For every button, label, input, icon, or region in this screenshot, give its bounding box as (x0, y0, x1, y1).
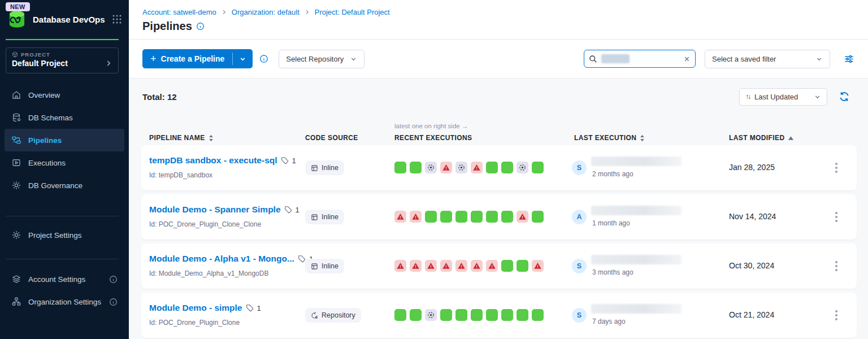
execution-status-success[interactable] (501, 260, 513, 272)
execution-status-failed[interactable] (394, 260, 406, 272)
execution-status-success[interactable] (425, 211, 437, 223)
close-icon[interactable] (683, 55, 691, 63)
search-box[interactable] (584, 50, 696, 68)
row-menu-kebab-icon[interactable] (830, 160, 843, 176)
create-pipeline-button[interactable]: + Create a Pipeline (142, 49, 253, 68)
execution-status-success[interactable] (455, 211, 467, 223)
sidebar-item-db-schemas[interactable]: DB Schemas (5, 106, 124, 129)
execution-status-success[interactable] (517, 260, 528, 272)
cube-icon (12, 51, 18, 58)
row-menu-kebab-icon[interactable] (830, 307, 843, 323)
execution-status-success[interactable] (532, 309, 544, 321)
execution-status-failed[interactable] (394, 211, 406, 223)
filter-sliders-icon[interactable] (844, 54, 854, 64)
chevron-down-icon (814, 93, 821, 101)
avatar[interactable]: S (572, 160, 587, 175)
info-icon[interactable] (259, 54, 268, 63)
execution-status-aborted[interactable] (517, 162, 528, 173)
execution-status-success[interactable] (394, 162, 406, 173)
saved-filter-dropdown[interactable]: Select a saved filter (705, 50, 830, 68)
project-selector[interactable]: PROJECT Default Project (6, 47, 119, 73)
chevron-down-icon[interactable] (233, 55, 253, 63)
pipeline-name-link[interactable]: Module Demo - simple (149, 303, 242, 313)
execution-status-success[interactable] (532, 211, 544, 223)
pipeline-name-link[interactable]: Module Demo - Alpha v1 - Mongo... (149, 254, 294, 264)
sidebar-item-db-governance[interactable]: DB Governance (5, 174, 124, 197)
pipeline-name-link[interactable]: tempDB sandbox - execute-sql (149, 155, 277, 166)
info-icon[interactable] (196, 22, 205, 31)
row-menu-kebab-icon[interactable] (830, 258, 843, 274)
execution-status-failed[interactable] (471, 162, 483, 173)
pipeline-id: Id: tempDB_sandbox (149, 171, 296, 179)
avatar[interactable]: A (572, 210, 587, 224)
code-source-badge: Inline (305, 160, 344, 175)
table-row[interactable]: Module Demo - Spanner Simple 1 Id: POC_D… (141, 194, 857, 240)
table-row[interactable]: Module Demo - Alpha v1 - Mongo... 1 Id: … (141, 244, 857, 289)
execution-status-failed[interactable] (532, 260, 544, 272)
execution-status-success[interactable] (501, 309, 513, 321)
app-grid-icon[interactable] (112, 14, 122, 24)
execution-status-success[interactable] (486, 309, 498, 321)
execution-status-failed[interactable] (455, 260, 467, 272)
select-repository-label: Select Repository (286, 55, 344, 63)
table-row[interactable]: tempDB sandbox - execute-sql 1 Id: tempD… (141, 145, 857, 190)
execution-status-failed[interactable] (410, 260, 422, 272)
execution-status-success[interactable] (501, 162, 513, 173)
table-row[interactable]: Module Demo - simple 1 Id: POC_Drone_Plu… (141, 293, 857, 338)
inline-icon (311, 263, 318, 270)
execution-status-aborted[interactable] (455, 162, 467, 173)
pipeline-name-link[interactable]: Module Demo - Spanner Simple (149, 205, 281, 215)
sidebar-item-organization-settings[interactable]: Organization Settings (5, 290, 124, 313)
sidebar-item-overview[interactable]: Overview (5, 84, 124, 106)
refresh-icon[interactable] (839, 91, 850, 102)
execution-status-failed[interactable] (425, 260, 437, 272)
execution-status-success[interactable] (532, 162, 544, 173)
execution-status-failed[interactable] (440, 162, 452, 173)
execution-status-success[interactable] (486, 211, 498, 223)
select-repository-dropdown[interactable]: Select Repository (279, 50, 364, 68)
execution-status-success[interactable] (440, 309, 452, 321)
sidebar-item-project-settings[interactable]: Project Settings (5, 224, 124, 246)
execution-status-failed[interactable] (486, 260, 498, 272)
tag-icon (298, 255, 306, 263)
execution-status-success[interactable] (455, 309, 467, 321)
chevron-right-icon (304, 9, 310, 15)
breadcrumb-account-link[interactable]: Account: satwell-demo (142, 8, 216, 16)
execution-status-success[interactable] (517, 309, 528, 321)
row-menu-kebab-icon[interactable] (830, 209, 843, 225)
column-header-pipeline-name[interactable]: PIPELINE NAME (149, 134, 214, 142)
breadcrumb-organization-link[interactable]: Organization: default (232, 8, 300, 16)
search-input[interactable] (633, 55, 679, 63)
execution-status-aborted[interactable] (425, 162, 437, 173)
execution-status-aborted[interactable] (425, 309, 437, 321)
column-header-last-execution[interactable]: LAST EXECUTION (574, 134, 645, 142)
info-icon[interactable] (109, 275, 118, 284)
sidebar-divider (6, 216, 119, 216)
inline-icon (311, 214, 318, 221)
execution-status-success[interactable] (501, 211, 513, 223)
breadcrumb-project-link[interactable]: Project: Default Project (315, 8, 390, 16)
execution-status-success[interactable] (471, 211, 483, 223)
column-header-recent-executions: RECENT EXECUTIONS (394, 134, 472, 142)
execution-status-failed[interactable] (471, 260, 483, 272)
saved-filter-label: Select a saved filter (712, 55, 776, 63)
execution-status-failed[interactable] (440, 260, 452, 272)
execution-status-failed[interactable] (517, 211, 528, 223)
sidebar-item-account-settings[interactable]: Account Settings (5, 268, 124, 290)
avatar[interactable]: S (572, 259, 587, 273)
execution-status-success[interactable] (486, 162, 498, 173)
execution-status-success[interactable] (394, 309, 406, 321)
sidebar-item-executions[interactable]: Executions (5, 151, 124, 174)
executions-note: latest one on right side → (394, 123, 468, 129)
app-root: NEW Database DevOps PROJECT (0, 0, 868, 339)
execution-status-failed[interactable] (410, 211, 422, 223)
execution-status-success[interactable] (471, 309, 483, 321)
execution-status-success[interactable] (410, 162, 422, 173)
execution-status-success[interactable] (410, 309, 422, 321)
execution-status-success[interactable] (440, 211, 452, 223)
column-header-last-modified[interactable]: LAST MODIFIED (729, 134, 793, 142)
info-icon[interactable] (109, 298, 118, 306)
sidebar-item-pipelines[interactable]: Pipelines (5, 129, 124, 151)
sort-dropdown[interactable]: ↑↓ Last Updated (739, 88, 827, 106)
avatar[interactable]: S (572, 308, 587, 323)
